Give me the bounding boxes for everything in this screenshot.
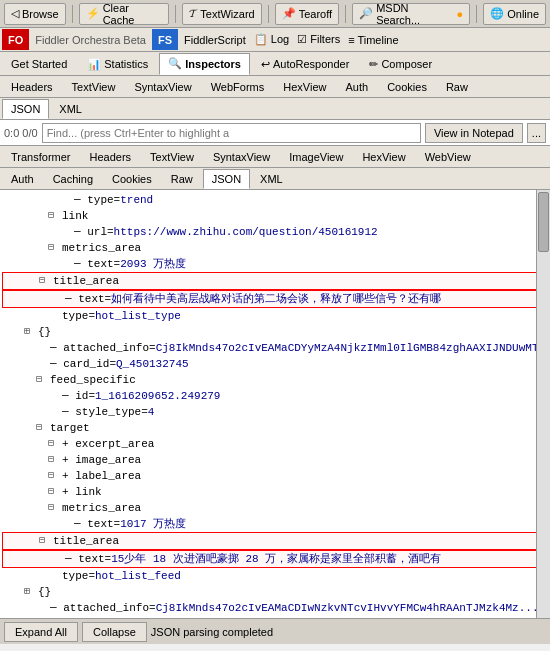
tree-row[interactable]: ⊞{} [0, 584, 550, 600]
tree-row[interactable]: ⊟feed_specific [0, 372, 550, 388]
tab-raw-resp[interactable]: Raw [162, 169, 202, 189]
tree-row[interactable]: ⊞{} [0, 324, 550, 340]
tree-toggle[interactable]: ⊟ [36, 420, 50, 436]
tree-row[interactable]: ⊟+ excerpt_area [0, 436, 550, 452]
tab-get-started[interactable]: Get Started [2, 53, 76, 75]
tab-cookies[interactable]: Cookies [378, 77, 436, 97]
tree-row[interactable]: ─ attached_info=Cj8IkMnds47o2cIvEAMaCDYy… [0, 340, 550, 356]
msdn-search-button[interactable]: 🔎 MSDN Search... ● [352, 3, 470, 25]
tree-row[interactable]: ─ text=如何看待中美高层战略对话的第二场会谈，释放了哪些信号？还有哪 [2, 290, 550, 308]
tree-content: ─ type=trend⊟link─ url=https://www.zhihu… [0, 190, 550, 618]
tab-autoresponder[interactable]: ↩ AutoResponder [252, 53, 358, 75]
tree-toggle[interactable]: ⊞ [24, 324, 38, 340]
tree-row[interactable]: ⊟+ label_area [0, 468, 550, 484]
tab-composer-label: Composer [381, 58, 432, 70]
tearoff-button[interactable]: 📌 Tearoff [275, 3, 339, 25]
tab-inspectors[interactable]: 🔍 Inspectors [159, 53, 250, 75]
tree-row[interactable]: ⊟+ link [0, 484, 550, 500]
toolbar-sep-3 [268, 5, 269, 23]
tree-row[interactable]: ⊟metrics_area [0, 240, 550, 256]
tab-syntaxview[interactable]: SyntaxView [125, 77, 200, 97]
bottom-bar: Expand All Collapse JSON parsing complet… [0, 618, 550, 644]
tree-node-content: feed_specific [50, 372, 136, 388]
tree-toggle[interactable]: ⊟ [39, 273, 53, 289]
tree-row[interactable]: ─ text=15少年 18 次进酒吧豪掷 28 万，家属称是家里全部积蓄，酒吧… [2, 550, 550, 568]
tab-auth[interactable]: Auth [337, 77, 378, 97]
scrollbar-thumb[interactable] [538, 192, 549, 252]
tab-hexview[interactable]: HexView [274, 77, 335, 97]
tree-toggle[interactable]: ⊟ [48, 468, 62, 484]
tab-transformer[interactable]: Transformer [2, 147, 80, 167]
tab-composer[interactable]: ✏ Composer [360, 53, 441, 75]
tree-row[interactable]: ─ style_type=4 [0, 404, 550, 420]
clear-cache-button[interactable]: ⚡ Clear Cache [79, 3, 170, 25]
timeline-tab[interactable]: ≡ Timeline [344, 28, 402, 51]
tab-syntaxview-resp[interactable]: SyntaxView [204, 147, 279, 167]
tree-toggle[interactable]: ⊟ [36, 372, 50, 388]
tree-row[interactable]: ⊟metrics_area [0, 500, 550, 516]
tab-cookies-resp[interactable]: Cookies [103, 169, 161, 189]
tree-toggle[interactable]: ⊟ [48, 500, 62, 516]
tab-raw[interactable]: Raw [437, 77, 477, 97]
tab-json-req[interactable]: JSON [2, 99, 49, 119]
tree-node-content: metrics_area [62, 240, 141, 256]
tab-textview[interactable]: TextView [63, 77, 125, 97]
tree-row[interactable]: ⊟+ image_area [0, 452, 550, 468]
tree-toggle[interactable]: ⊞ [24, 584, 38, 600]
textwizard-button[interactable]: 𝓣 TextWizard [182, 3, 261, 25]
statistics-icon: 📊 [87, 58, 101, 71]
tree-toggle[interactable]: ⊟ [39, 533, 53, 549]
tearoff-icon: 📌 [282, 7, 296, 20]
browse-button[interactable]: ◁ Browse [4, 3, 66, 25]
tree-row[interactable]: ─ url=https://www.zhihu.com/question/450… [0, 224, 550, 240]
search-more-button[interactable]: ... [527, 123, 546, 143]
clear-cache-label: Clear Cache [103, 2, 163, 26]
tab-json-resp[interactable]: JSON [203, 169, 250, 189]
tree-toggle[interactable]: ⊟ [48, 240, 62, 256]
main-tab-bar: Get Started 📊 Statistics 🔍 Inspectors ↩ … [0, 52, 550, 76]
tree-row[interactable]: ─ card_id=Q_450132745 [0, 356, 550, 372]
tab-imageview[interactable]: ImageView [280, 147, 352, 167]
expand-all-button[interactable]: Expand All [4, 622, 78, 642]
status-text: JSON parsing completed [151, 626, 546, 638]
tab-hexview-resp[interactable]: HexView [353, 147, 414, 167]
online-button[interactable]: 🌐 Online [483, 3, 546, 25]
tree-toggle[interactable]: ⊟ [48, 436, 62, 452]
sub-tab-bar-1: Headers TextView SyntaxView WebForms Hex… [0, 76, 550, 98]
tab-headers[interactable]: Headers [2, 77, 62, 97]
collapse-button[interactable]: Collapse [82, 622, 147, 642]
tree-row[interactable]: type=hot_list_feed [0, 568, 550, 584]
tree-row[interactable]: ─ attached_info=Cj8IkMnds47o2cIvEAMaCDIw… [0, 600, 550, 616]
log-tab[interactable]: 📋 Log [250, 28, 293, 51]
tree-row[interactable]: type=hot_list_type [0, 308, 550, 324]
search-position: 0:0 0/0 [4, 127, 38, 139]
filters-tab[interactable]: ☑ Filters [293, 28, 344, 51]
tab-auth-resp[interactable]: Auth [2, 169, 43, 189]
tree-toggle[interactable]: ⊟ [48, 452, 62, 468]
tree-row[interactable]: ─ text=1017 万热度 [0, 516, 550, 532]
tab-webview[interactable]: WebView [416, 147, 480, 167]
vertical-scrollbar[interactable] [536, 190, 550, 618]
tree-row[interactable]: ─ id=1_1616209652.249279 [0, 388, 550, 404]
tree-row[interactable]: ⊟title_area [2, 272, 550, 290]
tree-toggle[interactable]: ⊟ [48, 484, 62, 500]
search-input[interactable] [42, 123, 421, 143]
tree-node-content: + label_area [62, 468, 141, 484]
tab-webforms[interactable]: WebForms [202, 77, 274, 97]
tab-caching[interactable]: Caching [44, 169, 102, 189]
tree-node-content: ─ text=1017 万热度 [74, 516, 186, 532]
tab-textview-resp[interactable]: TextView [141, 147, 203, 167]
tab-get-started-label: Get Started [11, 58, 67, 70]
tab-headers-resp[interactable]: Headers [81, 147, 141, 167]
tab-statistics[interactable]: 📊 Statistics [78, 53, 157, 75]
tree-row[interactable]: ⊟title_area [2, 532, 550, 550]
view-in-notepad-button[interactable]: View in Notepad [425, 123, 523, 143]
tree-row[interactable]: ─ text=2093 万热度 [0, 256, 550, 272]
tree-row[interactable]: ─ type=trend [0, 192, 550, 208]
tree-row[interactable]: ⊟target [0, 420, 550, 436]
fiddlerscript-tab[interactable]: FiddlerScript [180, 28, 250, 51]
tab-xml-req[interactable]: XML [50, 99, 91, 119]
tree-row[interactable]: ⊟link [0, 208, 550, 224]
tree-toggle[interactable]: ⊟ [48, 208, 62, 224]
tab-xml-resp[interactable]: XML [251, 169, 292, 189]
